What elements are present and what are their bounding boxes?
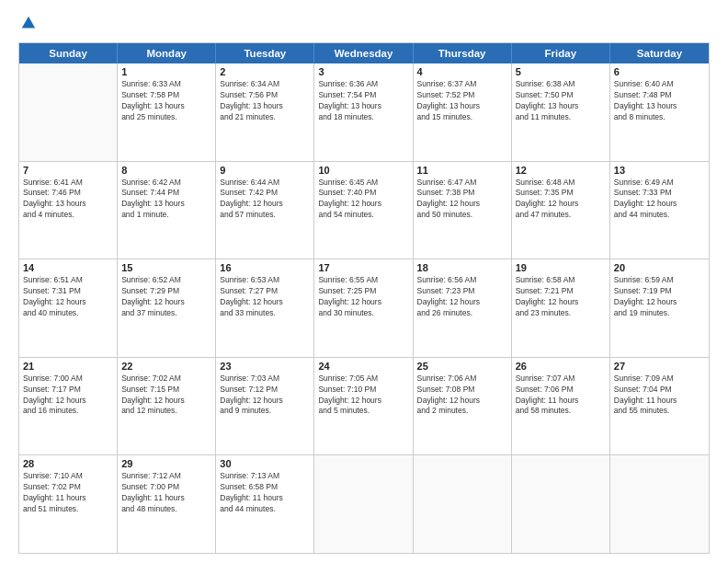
svg-marker-0 bbox=[22, 17, 35, 29]
day-number: 24 bbox=[318, 361, 408, 372]
calendar-cell: 29Sunrise: 7:12 AM Sunset: 7:00 PM Dayli… bbox=[118, 455, 216, 553]
cell-info: Sunrise: 6:33 AM Sunset: 7:58 PM Dayligh… bbox=[121, 79, 211, 123]
cell-info: Sunrise: 6:45 AM Sunset: 7:40 PM Dayligh… bbox=[318, 178, 408, 222]
cell-info: Sunrise: 7:03 AM Sunset: 7:12 PM Dayligh… bbox=[220, 373, 310, 418]
calendar-header-cell: Tuesday bbox=[216, 43, 314, 63]
calendar-cell: 14Sunrise: 6:51 AM Sunset: 7:31 PM Dayli… bbox=[19, 259, 118, 357]
day-number: 16 bbox=[220, 262, 310, 273]
calendar-cell: 30Sunrise: 7:13 AM Sunset: 6:58 PM Dayli… bbox=[216, 455, 314, 553]
calendar-cell: 13Sunrise: 6:49 AM Sunset: 7:33 PM Dayli… bbox=[610, 162, 709, 259]
cell-info: Sunrise: 7:10 AM Sunset: 7:02 PM Dayligh… bbox=[23, 471, 113, 515]
calendar-cell: 21Sunrise: 7:00 AM Sunset: 7:17 PM Dayli… bbox=[19, 358, 118, 455]
cell-info: Sunrise: 6:40 AM Sunset: 7:48 PM Dayligh… bbox=[614, 79, 705, 123]
cell-info: Sunrise: 7:09 AM Sunset: 7:04 PM Dayligh… bbox=[614, 373, 705, 418]
calendar-cell bbox=[314, 455, 413, 553]
calendar-header-cell: Sunday bbox=[19, 43, 118, 63]
cell-info: Sunrise: 6:47 AM Sunset: 7:38 PM Dayligh… bbox=[417, 178, 507, 222]
calendar-cell: 16Sunrise: 6:53 AM Sunset: 7:27 PM Dayli… bbox=[216, 259, 314, 357]
day-number: 12 bbox=[516, 165, 606, 176]
calendar-cell: 12Sunrise: 6:48 AM Sunset: 7:35 PM Dayli… bbox=[512, 162, 610, 259]
day-number: 26 bbox=[516, 361, 606, 372]
calendar-cell: 19Sunrise: 6:58 AM Sunset: 7:21 PM Dayli… bbox=[512, 259, 610, 357]
calendar-row: 14Sunrise: 6:51 AM Sunset: 7:31 PM Dayli… bbox=[19, 259, 709, 357]
day-number: 21 bbox=[23, 361, 113, 372]
day-number: 7 bbox=[23, 165, 113, 176]
day-number: 27 bbox=[614, 361, 705, 372]
day-number: 20 bbox=[614, 262, 705, 273]
day-number: 8 bbox=[121, 165, 211, 176]
day-number: 28 bbox=[23, 458, 113, 469]
cell-info: Sunrise: 6:51 AM Sunset: 7:31 PM Dayligh… bbox=[23, 275, 113, 319]
calendar-cell: 7Sunrise: 6:41 AM Sunset: 7:46 PM Daylig… bbox=[19, 162, 118, 259]
calendar-cell: 22Sunrise: 7:02 AM Sunset: 7:15 PM Dayli… bbox=[118, 358, 216, 455]
day-number: 9 bbox=[220, 165, 310, 176]
day-number: 6 bbox=[614, 66, 705, 77]
calendar-cell: 18Sunrise: 6:56 AM Sunset: 7:23 PM Dayli… bbox=[414, 259, 512, 357]
calendar-header-cell: Wednesday bbox=[314, 43, 413, 63]
cell-info: Sunrise: 6:38 AM Sunset: 7:50 PM Dayligh… bbox=[516, 79, 606, 123]
calendar-body: 1Sunrise: 6:33 AM Sunset: 7:58 PM Daylig… bbox=[19, 63, 709, 553]
day-number: 17 bbox=[318, 262, 408, 273]
cell-info: Sunrise: 7:07 AM Sunset: 7:06 PM Dayligh… bbox=[516, 373, 606, 418]
calendar-page: SundayMondayTuesdayWednesdayThursdayFrid… bbox=[0, 0, 728, 563]
calendar-cell: 25Sunrise: 7:06 AM Sunset: 7:08 PM Dayli… bbox=[414, 358, 512, 455]
calendar-header-row: SundayMondayTuesdayWednesdayThursdayFrid… bbox=[19, 43, 709, 63]
cell-info: Sunrise: 7:00 AM Sunset: 7:17 PM Dayligh… bbox=[23, 373, 113, 418]
cell-info: Sunrise: 7:05 AM Sunset: 7:10 PM Dayligh… bbox=[318, 373, 408, 418]
calendar-header-cell: Friday bbox=[512, 43, 610, 63]
calendar-cell: 27Sunrise: 7:09 AM Sunset: 7:04 PM Dayli… bbox=[610, 358, 709, 455]
cell-info: Sunrise: 7:06 AM Sunset: 7:08 PM Dayligh… bbox=[417, 373, 507, 418]
calendar-row: 21Sunrise: 7:00 AM Sunset: 7:17 PM Dayli… bbox=[19, 357, 709, 455]
calendar-cell: 1Sunrise: 6:33 AM Sunset: 7:58 PM Daylig… bbox=[118, 63, 216, 161]
day-number: 22 bbox=[121, 361, 211, 372]
calendar: SundayMondayTuesdayWednesdayThursdayFrid… bbox=[18, 42, 710, 554]
calendar-header-cell: Monday bbox=[118, 43, 216, 63]
day-number: 11 bbox=[417, 165, 507, 176]
calendar-row: 28Sunrise: 7:10 AM Sunset: 7:02 PM Dayli… bbox=[19, 454, 709, 553]
day-number: 10 bbox=[318, 165, 408, 176]
cell-info: Sunrise: 7:13 AM Sunset: 6:58 PM Dayligh… bbox=[220, 471, 310, 515]
logo bbox=[18, 17, 37, 33]
calendar-cell: 26Sunrise: 7:07 AM Sunset: 7:06 PM Dayli… bbox=[512, 358, 610, 455]
cell-info: Sunrise: 6:34 AM Sunset: 7:56 PM Dayligh… bbox=[220, 79, 310, 123]
day-number: 19 bbox=[516, 262, 606, 273]
cell-info: Sunrise: 6:56 AM Sunset: 7:23 PM Dayligh… bbox=[417, 275, 507, 319]
calendar-cell: 5Sunrise: 6:38 AM Sunset: 7:50 PM Daylig… bbox=[512, 63, 610, 161]
cell-info: Sunrise: 6:55 AM Sunset: 7:25 PM Dayligh… bbox=[318, 275, 408, 319]
calendar-cell: 3Sunrise: 6:36 AM Sunset: 7:54 PM Daylig… bbox=[314, 63, 413, 161]
calendar-cell bbox=[512, 455, 610, 553]
header bbox=[18, 17, 710, 33]
day-number: 18 bbox=[417, 262, 507, 273]
calendar-cell: 2Sunrise: 6:34 AM Sunset: 7:56 PM Daylig… bbox=[216, 63, 314, 161]
calendar-header-cell: Saturday bbox=[610, 43, 709, 63]
cell-info: Sunrise: 6:37 AM Sunset: 7:52 PM Dayligh… bbox=[417, 79, 507, 123]
day-number: 14 bbox=[23, 262, 113, 273]
calendar-cell: 8Sunrise: 6:42 AM Sunset: 7:44 PM Daylig… bbox=[118, 162, 216, 259]
cell-info: Sunrise: 6:48 AM Sunset: 7:35 PM Dayligh… bbox=[516, 178, 606, 222]
day-number: 3 bbox=[318, 66, 408, 77]
day-number: 29 bbox=[121, 458, 211, 469]
cell-info: Sunrise: 6:59 AM Sunset: 7:19 PM Dayligh… bbox=[614, 275, 705, 319]
day-number: 2 bbox=[220, 66, 310, 77]
cell-info: Sunrise: 6:49 AM Sunset: 7:33 PM Dayligh… bbox=[614, 178, 705, 222]
day-number: 15 bbox=[121, 262, 211, 273]
calendar-cell: 11Sunrise: 6:47 AM Sunset: 7:38 PM Dayli… bbox=[414, 162, 512, 259]
day-number: 30 bbox=[220, 458, 310, 469]
calendar-cell: 23Sunrise: 7:03 AM Sunset: 7:12 PM Dayli… bbox=[216, 358, 314, 455]
calendar-cell bbox=[19, 63, 118, 161]
calendar-cell bbox=[610, 455, 709, 553]
logo-icon bbox=[20, 15, 37, 31]
day-number: 23 bbox=[220, 361, 310, 372]
calendar-cell: 9Sunrise: 6:44 AM Sunset: 7:42 PM Daylig… bbox=[216, 162, 314, 259]
cell-info: Sunrise: 7:12 AM Sunset: 7:00 PM Dayligh… bbox=[121, 471, 211, 515]
calendar-row: 7Sunrise: 6:41 AM Sunset: 7:46 PM Daylig… bbox=[19, 161, 709, 259]
calendar-cell: 10Sunrise: 6:45 AM Sunset: 7:40 PM Dayli… bbox=[314, 162, 413, 259]
calendar-cell: 20Sunrise: 6:59 AM Sunset: 7:19 PM Dayli… bbox=[610, 259, 709, 357]
calendar-cell: 6Sunrise: 6:40 AM Sunset: 7:48 PM Daylig… bbox=[610, 63, 709, 161]
calendar-row: 1Sunrise: 6:33 AM Sunset: 7:58 PM Daylig… bbox=[19, 63, 709, 161]
cell-info: Sunrise: 6:44 AM Sunset: 7:42 PM Dayligh… bbox=[220, 178, 310, 222]
cell-info: Sunrise: 6:58 AM Sunset: 7:21 PM Dayligh… bbox=[516, 275, 606, 319]
cell-info: Sunrise: 6:42 AM Sunset: 7:44 PM Dayligh… bbox=[121, 178, 211, 222]
day-number: 5 bbox=[516, 66, 606, 77]
cell-info: Sunrise: 7:02 AM Sunset: 7:15 PM Dayligh… bbox=[121, 373, 211, 418]
